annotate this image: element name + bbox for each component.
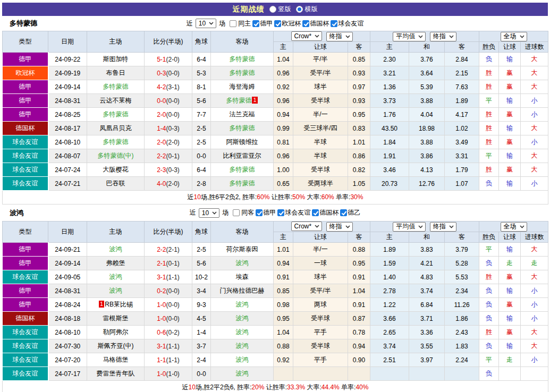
league-badge: 球会友谊 <box>3 163 48 177</box>
league-filter-item: 德国杯 <box>302 19 329 28</box>
avg-away-odds: 2.15 <box>445 66 479 80</box>
sub-goals: 进球数 <box>521 232 548 243</box>
same-venue-checkbox[interactable] <box>233 209 240 216</box>
halftime-score: (2-0) <box>166 139 180 146</box>
score: 1-0(0-0) <box>145 298 192 312</box>
match-row: 球会友谊24-07-20马格德堡1-1(1-1)2-4波鸿0.92平手0.902… <box>3 353 548 367</box>
league-checkbox[interactable] <box>340 209 347 216</box>
home-team-name: 多特蒙德 <box>103 83 129 90</box>
avg-home-odds: 3.21 <box>370 66 409 80</box>
match-count-select[interactable]: 10 <box>196 19 216 28</box>
league-checkbox[interactable] <box>277 209 284 216</box>
home-team: 多特蒙德 <box>87 80 145 94</box>
league-checkbox[interactable] <box>252 20 259 27</box>
match-date: 24-07-17 <box>48 367 87 381</box>
scope-select[interactable]: 全场 <box>501 222 527 232</box>
average-select[interactable]: 平均值 <box>393 32 426 41</box>
final-odds-select[interactable]: 终指 <box>326 32 353 41</box>
avg-away-odds: 7.63 <box>445 80 479 94</box>
chevron-down-icon <box>418 35 423 38</box>
handicap-line: 平手 <box>293 353 348 367</box>
filter-prefix-label: 近 <box>190 208 196 217</box>
home-team-name: 大阪樱花 <box>103 166 129 173</box>
handicap-away-odds <box>348 367 370 381</box>
avg-home-odds: 1.91 <box>370 149 409 163</box>
radio-icon[interactable] <box>269 6 276 13</box>
layout-vertical-option[interactable]: 竖版 <box>269 5 291 14</box>
match-date: 24-09-14 <box>48 80 87 94</box>
away-team: 海登海姆 <box>211 80 274 94</box>
avg-home-odds: 2.51 <box>370 353 409 367</box>
avg-away-odds: 1.86 <box>445 312 479 326</box>
result-handicap: 输 <box>499 339 521 353</box>
match-row: 球会友谊24-09-05波鸿3-1(1-1)10-2埃森0.91球半0.911.… <box>3 270 548 284</box>
result-outcome: 胜 <box>479 80 499 94</box>
league-checkbox[interactable] <box>331 20 337 27</box>
handicap-away-odds: 0.82 <box>348 163 370 177</box>
away-team-name: 多特蒙德 <box>230 69 255 76</box>
layout-vertical-label: 竖版 <box>278 5 291 14</box>
scope-select[interactable]: 全场 <box>501 32 527 41</box>
handicap-home-odds: 0.98 <box>274 298 293 312</box>
page-title: 近期战绩 <box>233 5 265 14</box>
league-checkbox[interactable] <box>302 20 309 27</box>
league-filters: 德甲欧冠杯德国杯球会友谊 <box>252 19 363 28</box>
match-date: 24-08-10 <box>48 135 87 149</box>
final-odds-select[interactable]: 终指 <box>326 222 353 232</box>
handicap-home-odds: 1.00 <box>274 163 293 177</box>
result-outcome: 平 <box>479 94 499 108</box>
match-row: 球会友谊24-07-21巴吞联4-0(2-0)2-8多特蒙德0.65受两球半1.… <box>3 177 548 191</box>
chevron-down-icon <box>418 225 423 228</box>
recent-matches-table: 类型 日期 主场 比分(半场) 角球 客场 Crow* 终指 平均值 终指 <box>2 31 548 204</box>
handicap-line: 半球 <box>293 149 348 163</box>
corners: 5-6 <box>192 257 211 270</box>
halftime-score: (0-0) <box>166 315 180 322</box>
league-badge: 球会友谊 <box>3 177 48 191</box>
league-label: 球会友谊 <box>285 208 310 217</box>
league-checkbox[interactable] <box>274 20 281 27</box>
league-badge: 德甲 <box>3 53 48 66</box>
avg-draw-odds: 3.55 <box>409 339 445 353</box>
away-team-name: 波鸿 <box>236 342 249 350</box>
league-badge: 德甲 <box>3 243 48 257</box>
result-goals: 小 <box>521 135 548 149</box>
fulltime-score: 0-3 <box>157 70 166 77</box>
result-goals: 大 <box>521 339 548 353</box>
bookmaker-select[interactable]: Crow* <box>291 31 323 41</box>
chevron-down-icon <box>315 35 319 38</box>
chevron-down-icon <box>449 225 454 228</box>
match-count-select[interactable]: 10 <box>199 208 219 218</box>
sub-handicap: 让球 <box>293 232 348 243</box>
radio-selected-icon[interactable] <box>296 6 303 13</box>
home-team-name: 费雷堡青年队 <box>97 370 135 377</box>
match-date: 24-09-21 <box>48 243 87 257</box>
final-odds-select-2[interactable]: 终指 <box>430 32 456 41</box>
fulltime-score: 1-0 <box>157 315 166 322</box>
corners: 2-5 <box>192 135 211 149</box>
away-team-name: 门兴格拉德巴赫 <box>220 287 265 294</box>
away-team-name: 海登海姆 <box>230 83 255 90</box>
league-checkbox[interactable] <box>312 209 319 216</box>
summary-text: 单率: <box>334 193 351 201</box>
avg-home-odds: 20.73 <box>370 177 409 191</box>
final-odds-select-2[interactable]: 终指 <box>430 222 456 232</box>
score: 0-3(0-0) <box>145 66 192 80</box>
team-name: 多特蒙德 <box>10 19 37 28</box>
avg-away-odds: 3.79 <box>445 243 479 257</box>
fulltime-score: 3-1 <box>157 343 166 350</box>
halftime-score: (2-1) <box>166 246 180 253</box>
average-select[interactable]: 平均值 <box>393 222 426 232</box>
halftime-score: (0-0) <box>166 97 180 105</box>
chevron-down-icon <box>315 225 319 228</box>
fulltime-score: 2-2 <box>157 246 166 253</box>
same-venue-checkbox[interactable] <box>230 20 236 27</box>
team-section-bochum: 波鸿 近 10 场 同客 德甲球会友谊德国杯德乙 <box>2 204 548 392</box>
league-checkbox[interactable] <box>256 209 263 216</box>
away-team-name: 埃森 <box>236 273 249 280</box>
bookmaker-select[interactable]: Crow* <box>291 221 323 231</box>
layout-horizontal-option[interactable]: 横版 <box>296 5 318 14</box>
summary-text: 大率: <box>305 384 321 391</box>
away-team: 波鸿 <box>211 312 274 326</box>
result-goals: 大 <box>521 163 548 177</box>
home-team-name: 勒阿弗尔 <box>103 328 129 336</box>
